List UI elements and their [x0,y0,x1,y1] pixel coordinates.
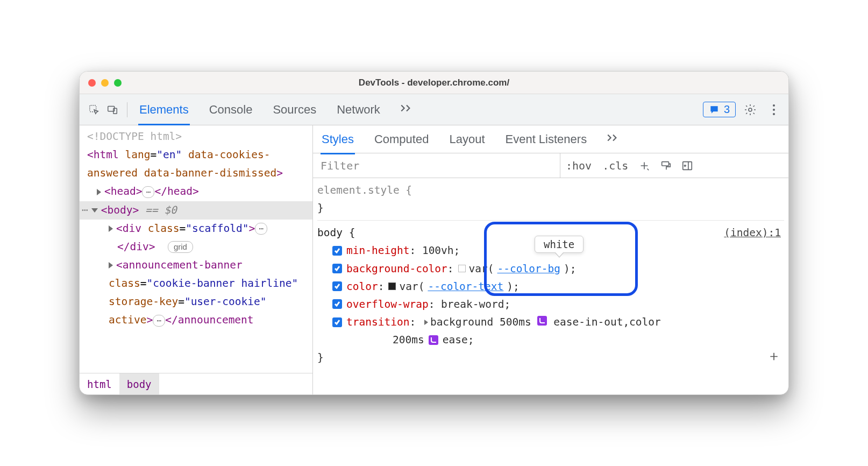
dom-body-selected[interactable]: ⋯ <body> == $0 [80,201,312,220]
color-swatch-icon[interactable] [458,265,466,272]
expand-icon[interactable] [109,262,113,269]
dom-scaffold-close[interactable]: </div> grid [87,238,312,256]
inspect-icon[interactable] [85,101,103,119]
var-link-color-bg[interactable]: --color-bg [497,260,560,278]
device-toggle-icon[interactable] [103,101,122,119]
dom-scaffold[interactable]: <div class="scaffold">⋯ [87,220,312,238]
subtab-layout[interactable]: Layout [448,127,486,152]
window-controls [88,79,122,87]
more-tabs-icon[interactable] [400,102,414,117]
devtools-window: DevTools - developer.chrome.com/ Element… [79,71,789,395]
paint-icon[interactable] [655,155,677,176]
source-link[interactable]: (index):1 [724,224,781,242]
style-rules: element.style { } (index):1 body { min-h… [313,178,788,376]
crumb-html[interactable]: html [80,373,119,394]
main-toolbar: Elements Console Sources Network 3 [80,94,788,125]
window-title: DevTools - developer.chrome.com/ [80,77,788,88]
ellipsis-icon[interactable]: ⋯ [142,186,154,198]
elements-pane: <!DOCTYPE html> <html lang="en" data-coo… [80,125,313,394]
prop-background-color[interactable]: background-color: var(--color-bg); [317,260,784,278]
filter-row: :hov .cls [313,153,788,178]
main-tabs: Elements Console Sources Network [138,96,414,123]
minimize-icon[interactable] [101,79,109,87]
svg-rect-4 [662,161,669,165]
styles-subtabs: Styles Computed Layout Event Listeners [313,125,788,153]
prop-transition[interactable]: transition: background 500ms ease-in-out… [317,313,784,331]
collapse-icon[interactable] [91,208,98,213]
crumb-body[interactable]: body [119,373,159,394]
checkbox-icon[interactable] [332,299,342,309]
svg-rect-0 [90,105,96,111]
zoom-icon[interactable] [114,79,122,87]
expand-icon[interactable] [424,320,428,325]
checkbox-icon[interactable] [332,246,342,256]
prop-transition-line2[interactable]: 200ms ease; [317,331,784,349]
bezier-icon[interactable] [429,335,438,345]
color-swatch-icon[interactable] [388,283,396,290]
expand-icon[interactable] [97,189,101,195]
subtab-styles[interactable]: Styles [321,127,355,152]
svg-point-3 [749,108,752,111]
dom-doctype: <!DOCTYPE html> [87,128,312,146]
toggle-panel-icon[interactable] [677,155,698,176]
rule-element-style[interactable]: element.style { } [317,181,784,221]
add-rule-icon[interactable]: ＋ [767,344,781,368]
dom-tree[interactable]: <!DOCTYPE html> <html lang="en" data-coo… [80,125,312,373]
kebab-menu-icon[interactable] [765,101,783,119]
issues-count: 3 [724,103,730,116]
cls-toggle[interactable]: .cls [597,159,634,172]
more-subtabs-icon[interactable] [606,132,620,147]
dom-announcement[interactable]: <announcement-banner class="cookie-banne… [87,256,312,330]
new-style-rule-icon[interactable] [634,155,655,176]
styles-pane: Styles Computed Layout Event Listeners :… [313,125,788,394]
dollar-zero: == $0 [145,201,177,220]
grid-badge[interactable]: grid [168,241,193,253]
toolbar-divider [127,102,127,117]
var-tooltip: white [535,236,584,253]
selector-element-style: element.style { [317,181,784,199]
panes: <!DOCTYPE html> <html lang="en" data-coo… [80,125,788,394]
subtab-computed[interactable]: Computed [373,127,430,152]
dom-html-open[interactable]: <html lang="en" data-cookies-answered da… [87,146,312,182]
checkbox-icon[interactable] [332,317,342,327]
checkbox-icon[interactable] [332,281,342,291]
prop-overflow-wrap[interactable]: overflow-wrap: break-word; [317,295,784,313]
filter-input[interactable] [313,153,560,178]
prop-color[interactable]: color: var(--color-text); [317,278,784,295]
tab-console[interactable]: Console [208,96,254,123]
ellipsis-icon[interactable]: ⋯ [153,315,165,327]
close-icon[interactable] [88,79,96,87]
var-link-color-text[interactable]: --color-text [428,278,503,295]
settings-icon[interactable] [741,101,759,119]
dom-head[interactable]: <head>⋯</head> [87,182,312,201]
expand-icon[interactable] [109,225,113,232]
hov-toggle[interactable]: :hov [560,159,597,172]
tab-sources[interactable]: Sources [272,96,317,123]
bezier-icon[interactable] [537,316,547,326]
breadcrumbs: html body [80,373,312,394]
tab-network[interactable]: Network [336,96,381,123]
selection-dots-icon: ⋯ [82,201,89,220]
issues-badge[interactable]: 3 [703,102,736,117]
titlebar: DevTools - developer.chrome.com/ [80,72,788,94]
checkbox-icon[interactable] [332,264,342,273]
subtab-event-listeners[interactable]: Event Listeners [504,127,588,152]
ellipsis-icon[interactable]: ⋯ [255,223,267,235]
tab-elements[interactable]: Elements [138,96,190,123]
